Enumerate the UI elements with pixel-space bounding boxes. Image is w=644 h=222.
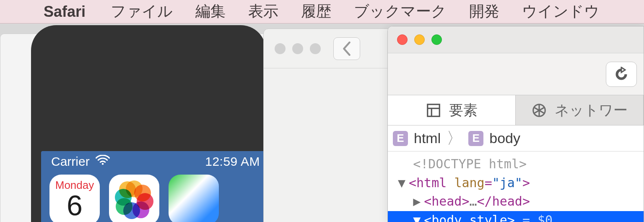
menu-file[interactable]: ファイル	[111, 1, 173, 22]
simulator-screen: Carrier 12:59 AM Monday 6	[41, 151, 266, 222]
dom-breadcrumb[interactable]: E html 〉 E body	[388, 125, 644, 151]
zoom-button[interactable]	[431, 34, 442, 45]
calendar-date-label: 6	[67, 191, 83, 219]
element-badge-icon: E	[393, 131, 408, 146]
svg-rect-1	[428, 104, 440, 116]
menu-bookmarks[interactable]: ブックマーク	[354, 1, 447, 22]
dom-tree[interactable]: <!DOCTYPE html> ▼<html lang="ja"> ▶<head…	[388, 151, 644, 222]
simulator-home-apps: Monday 6	[41, 172, 266, 222]
back-button[interactable]	[333, 37, 360, 60]
tab-elements-label: 要素	[449, 101, 478, 120]
tab-network-label: ネットワー	[555, 101, 628, 120]
close-button[interactable]	[397, 34, 408, 45]
simulator-statusbar: Carrier 12:59 AM	[41, 151, 266, 172]
disclosure-triangle-icon[interactable]: ▼	[398, 175, 409, 192]
photos-flower-icon	[117, 182, 152, 217]
menu-edit[interactable]: 編集	[195, 1, 226, 22]
app-menu[interactable]: Safari	[44, 3, 86, 21]
network-icon	[531, 102, 547, 118]
wifi-icon	[96, 154, 110, 169]
traffic-light-inactive[interactable]	[275, 43, 286, 54]
minimize-button[interactable]	[414, 34, 425, 45]
tab-elements[interactable]: 要素	[388, 95, 516, 125]
status-carrier: Carrier	[51, 154, 90, 169]
elements-icon	[426, 102, 441, 118]
menu-window[interactable]: ウインドウ	[522, 1, 600, 22]
app-photos-icon[interactable]	[109, 175, 159, 222]
reload-button[interactable]	[606, 62, 637, 87]
app-maps-icon[interactable]	[169, 175, 219, 222]
disclosure-triangle-icon[interactable]: ▼	[413, 212, 424, 222]
tab-network[interactable]: ネットワー	[516, 95, 644, 125]
web-inspector-window[interactable]: 要素 ネットワー E html 〉 E body <!DOCTYPE html>…	[387, 26, 644, 222]
inspector-tab-bar: 要素 ネットワー	[388, 95, 644, 125]
traffic-light-inactive[interactable]	[292, 43, 303, 54]
menu-history[interactable]: 履歴	[301, 1, 331, 22]
inspector-toolbar	[388, 53, 644, 95]
inspector-titlebar[interactable]	[388, 26, 644, 53]
dom-doctype-line[interactable]: <!DOCTYPE html>	[388, 155, 644, 174]
dom-body-line-selected[interactable]: ▼<body style> = $0	[388, 211, 644, 222]
traffic-light-inactive[interactable]	[310, 43, 321, 54]
safari-toolbar	[264, 29, 389, 68]
dom-html-line[interactable]: ▼<html lang="ja">	[388, 174, 644, 193]
disclosure-triangle-icon[interactable]: ▶	[413, 193, 424, 210]
dom-head-line[interactable]: ▶<head>…</head>	[388, 192, 644, 211]
element-badge-icon: E	[468, 131, 483, 146]
system-menubar: Safari ファイル 編集 表示 履歴 ブックマーク 開発 ウインドウ	[0, 0, 644, 24]
status-time: 12:59 AM	[205, 154, 260, 169]
breadcrumb-html[interactable]: html	[414, 130, 441, 146]
svg-point-0	[101, 163, 104, 165]
menu-develop[interactable]: 開発	[469, 1, 499, 22]
breadcrumb-body[interactable]: body	[489, 130, 520, 146]
menu-view[interactable]: 表示	[248, 1, 278, 22]
chevron-right-icon: 〉	[447, 128, 462, 149]
safari-window-background[interactable]	[263, 29, 389, 222]
ios-simulator-window[interactable]: Carrier 12:59 AM Monday 6	[31, 25, 266, 222]
app-calendar-icon[interactable]: Monday 6	[49, 175, 100, 222]
